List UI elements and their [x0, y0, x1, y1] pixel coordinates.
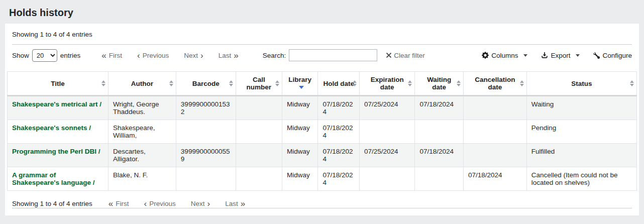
column-header-hold-date[interactable]: Hold date	[318, 72, 359, 96]
column-header-label: Title	[51, 80, 65, 87]
table-row: Shakespeare's metrical art /Wright, Geor…	[8, 96, 637, 120]
pagination-bottom: «First‹PreviousNext›Last»	[109, 199, 245, 208]
cell-expiration-date: 07/25/2024	[359, 96, 415, 120]
cell-title: Programming the Perl DBI /	[8, 144, 109, 167]
clear-filter-button[interactable]: Clear filter	[386, 52, 425, 59]
cell-hold-date: 07/18/2024	[318, 167, 359, 191]
divider	[12, 208, 632, 208]
sort-arrows-icon	[275, 80, 279, 86]
sort-arrows-icon	[630, 80, 634, 86]
cell-barcode: 39999000001532	[176, 96, 236, 120]
pagination-last-button[interactable]: Last»	[225, 199, 245, 208]
x-icon	[386, 52, 392, 58]
pagination-next-button[interactable]: Next›	[184, 51, 203, 60]
pagination-previous-label: Previous	[149, 200, 176, 207]
column-header-barcode[interactable]: Barcode	[176, 72, 236, 96]
table-toolbar: Columns Export Configure	[482, 52, 632, 59]
chevron-right-icon: ›	[207, 199, 210, 208]
pagination-last-label: Last	[219, 52, 232, 59]
pagination-next-button[interactable]: Next›	[191, 199, 210, 208]
search-input[interactable]	[289, 49, 377, 61]
column-header-label: Cancellation date	[475, 76, 515, 91]
download-icon	[541, 52, 548, 59]
configure-button[interactable]: Configure	[593, 52, 632, 59]
cell-hold-date: 07/18/2024	[318, 96, 359, 120]
cell-author: Shakespeare, William,	[109, 120, 176, 144]
columns-button-label: Columns	[491, 52, 518, 59]
sort-arrows-icon	[229, 80, 233, 86]
column-header-cancellation-date[interactable]: Cancellation date	[464, 72, 527, 96]
search-label: Search:	[263, 52, 286, 59]
hold-title-link[interactable]: A grammar of Shakespeare's language /	[12, 171, 95, 186]
column-header-author[interactable]: Author	[109, 72, 176, 96]
hold-title-link[interactable]: Shakespeare's metrical art /	[12, 100, 101, 108]
wrench-icon	[593, 52, 600, 59]
cell-cancellation-date	[464, 120, 527, 144]
column-header-status[interactable]: Status	[526, 72, 636, 96]
holds-history-panel: Showing 1 to 4 of 4 entries Show 20 entr…	[5, 24, 639, 215]
entries-label: entries	[60, 52, 81, 59]
column-header-label: Call number	[247, 76, 272, 91]
table-footer-bar: Showing 1 to 4 of 4 entries «First‹Previ…	[7, 199, 637, 208]
export-button-label: Export	[551, 52, 570, 59]
column-header-label: Author	[131, 80, 153, 87]
holds-history-table: TitleAuthorBarcodeCall numberLibraryHold…	[7, 71, 637, 191]
double-chevron-right-icon: »	[234, 51, 238, 60]
cell-barcode: 39999000000559	[176, 144, 236, 167]
column-header-waiting-date[interactable]: Waiting date	[415, 72, 464, 96]
cell-status: Cancelled (Item could not be located on …	[526, 167, 636, 191]
cell-library: Midway	[282, 144, 318, 167]
table-header-row: TitleAuthorBarcodeCall numberLibraryHold…	[8, 72, 637, 96]
column-header-title[interactable]: Title	[8, 72, 109, 96]
cell-waiting-date: 07/18/2024	[415, 96, 464, 120]
export-button[interactable]: Export	[541, 52, 580, 59]
pagination-previous-button[interactable]: ‹Previous	[137, 51, 169, 60]
pagination-previous-button[interactable]: ‹Previous	[144, 199, 176, 208]
hold-title-link[interactable]: Programming the Perl DBI /	[12, 148, 100, 155]
caret-down-icon	[523, 54, 527, 57]
double-chevron-right-icon: »	[241, 199, 245, 208]
pagination-top: «First‹PreviousNext›Last»	[101, 51, 238, 60]
cell-expiration-date	[359, 120, 415, 144]
table-row: Programming the Perl DBI /Descartes, All…	[8, 144, 637, 167]
table-controls-bar: Show 20 entries «First‹PreviousNext›Last…	[7, 45, 637, 65]
pagination-last-button[interactable]: Last»	[219, 51, 239, 60]
cell-cancellation-date	[464, 144, 527, 167]
pagination-previous-label: Previous	[143, 52, 169, 59]
hold-title-link[interactable]: Shakespeare's sonnets /	[12, 124, 91, 132]
chevron-left-icon: ‹	[137, 51, 140, 60]
column-header-call-number[interactable]: Call number	[236, 72, 282, 96]
pagination-next-label: Next	[191, 200, 205, 207]
table-row: A grammar of Shakespeare's language /Bla…	[8, 167, 637, 191]
column-header-expiration-date[interactable]: Expiration date	[359, 72, 415, 96]
pagination-first-button[interactable]: «First	[109, 199, 129, 208]
column-header-library[interactable]: Library	[282, 72, 318, 96]
double-chevron-left-icon: «	[109, 199, 113, 208]
table-info-top: Showing 1 to 4 of 4 entries	[7, 24, 637, 44]
cell-author: Blake, N. F.	[109, 167, 176, 191]
sort-arrows-icon	[520, 80, 524, 86]
cell-call-number	[236, 167, 282, 191]
show-label: Show	[12, 52, 29, 59]
chevron-right-icon: ›	[200, 51, 203, 60]
cell-call-number	[236, 120, 282, 144]
columns-button[interactable]: Columns	[482, 52, 527, 59]
page-length-select[interactable]: 20	[32, 49, 57, 62]
cell-barcode	[176, 167, 236, 191]
cell-hold-date: 07/18/2024	[318, 120, 359, 144]
configure-button-label: Configure	[602, 52, 632, 59]
cell-waiting-date	[415, 120, 464, 144]
table-info-bottom: Showing 1 to 4 of 4 entries	[12, 200, 92, 207]
cell-waiting-date	[415, 167, 464, 191]
cell-title: Shakespeare's metrical art /	[8, 96, 109, 120]
clear-filter-label: Clear filter	[394, 52, 425, 59]
pagination-first-button[interactable]: «First	[101, 51, 122, 60]
cell-barcode	[176, 120, 236, 144]
sort-arrows-icon	[169, 80, 173, 86]
cell-expiration-date: 07/25/2024	[359, 144, 415, 167]
column-header-label: Barcode	[192, 80, 220, 87]
pagination-next-label: Next	[184, 52, 198, 59]
column-header-label: Hold date	[323, 80, 354, 87]
pagination-first-label: First	[109, 52, 122, 59]
cell-library: Midway	[282, 120, 318, 144]
